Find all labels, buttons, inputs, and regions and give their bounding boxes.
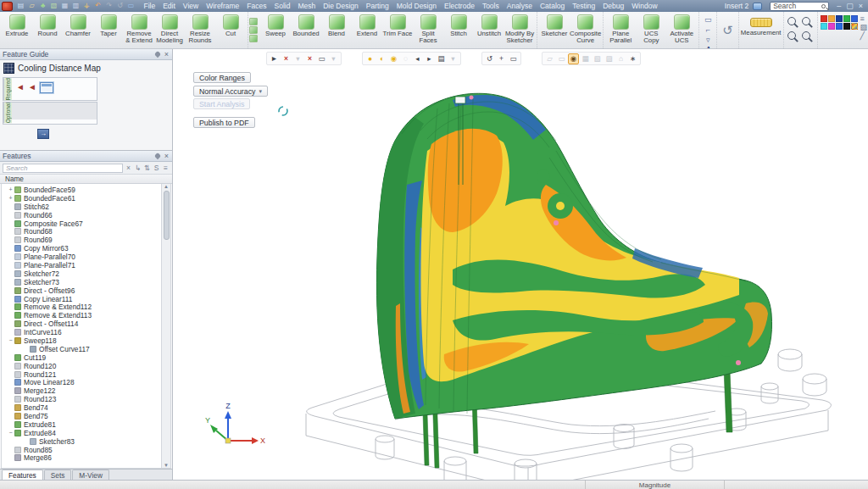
open-icon[interactable]: ▱ [27,2,36,10]
tree-item[interactable]: Composite Face67 [7,219,161,228]
tree-item[interactable]: Bend75 [7,412,161,420]
exit-guide-icon[interactable]: → [37,129,49,139]
scroll-up-icon[interactable]: ▲ [164,184,169,189]
command-search-input[interactable]: Search [770,2,829,11]
ribbon-button[interactable]: Split Faces [413,13,443,45]
ribbon-button[interactable]: Modify By Sketcher [504,13,535,45]
ribbon-button[interactable]: Extend [352,13,382,37]
color-chip[interactable] [821,15,827,22]
ribbon-button[interactable]: Plane Parallel [605,13,636,45]
close-button[interactable]: × [859,2,863,10]
ribbon-button[interactable]: Cut [215,13,246,37]
pin-icon[interactable] [153,153,160,159]
tree-item[interactable]: Remove & Extend112 [7,303,161,311]
menu-item[interactable]: Electrode [440,2,478,10]
feature-search-input[interactable]: Search [3,164,123,173]
window-pick-icon[interactable]: ▭ [316,53,327,64]
pick-options-dropdown-icon[interactable]: ▾ [328,53,339,64]
color-chip[interactable] [828,15,835,22]
goto-feature-icon[interactable]: ↳ [134,164,142,172]
menu-item[interactable]: Testing [569,2,599,10]
history-regen-icon[interactable]: ↺ [722,23,733,38]
view-frame-icon[interactable]: ▭ [701,14,715,25]
bulb-on-icon[interactable]: ● [364,53,376,64]
scroll-down-icon[interactable]: ▼ [164,463,169,468]
color-chip[interactable] [843,23,850,30]
color-chip[interactable] [828,23,835,30]
tree-item[interactable]: Round66 [7,211,161,219]
publish-to-pdf-button[interactable]: Publish to PDF [193,117,255,128]
delete-pick-icon[interactable]: × [304,53,315,64]
app-menu-button[interactable] [2,2,13,11]
required-tab[interactable]: Required [3,78,12,100]
pin-icon[interactable] [153,51,160,58]
list-options-icon[interactable]: ≡ [162,164,170,172]
tree-item[interactable]: Copy Mirror63 [7,244,161,253]
wireframe-mode-icon[interactable]: ▦ [580,53,591,64]
menu-item[interactable]: Faces [243,2,270,10]
optional-tab[interactable]: Optional [3,103,12,123]
ribbon-button[interactable]: Resize Rounds [185,13,215,45]
ribbon-button[interactable]: Unstitch [474,13,504,37]
menu-item[interactable]: Die Design [320,2,363,10]
tree-item[interactable]: BoundedFace61 [7,194,161,203]
tree-item[interactable]: Merge122 [7,386,161,395]
paintbrush-icon[interactable]: ╱ [860,32,868,40]
expand-toggle-icon[interactable] [7,430,14,436]
tree-item[interactable]: IntCurve116 [7,328,161,336]
tree-scrollbar[interactable]: ▲ ▼ [161,184,170,468]
tree-item[interactable]: Round68 [7,227,161,236]
ribbon-button[interactable]: Direct Modeling [154,13,185,45]
key-icon[interactable]: ⚶ [82,2,92,10]
menu-item[interactable]: Edit [159,2,180,10]
expand-toggle-icon[interactable] [7,186,14,192]
shaded-mode-icon[interactable]: ▨ [604,53,615,64]
pan-view-icon[interactable]: + [496,53,507,64]
ribbon-button[interactable]: Trim Face [382,13,413,37]
minimize-button[interactable]: – [837,2,841,10]
ribbon-button[interactable]: UCS Copy [636,13,666,45]
zoom-in-icon[interactable] [787,16,798,28]
tree-item[interactable]: Extrude84 [7,429,161,437]
tree-item[interactable]: Round121 [7,370,161,379]
menu-item[interactable]: Solid [270,2,294,10]
menu-item[interactable]: View [179,2,202,10]
tree-item[interactable]: Sketcher83 [7,437,161,446]
menu-item[interactable]: Wireframe [203,2,243,10]
color-chip[interactable] [843,15,850,22]
ribbon-button[interactable]: Bounded [291,13,321,37]
tree-item[interactable]: Offset Curve117 [7,345,161,353]
view-list-dropdown-icon[interactable]: ▾ [448,53,459,64]
hide-all-icon[interactable]: ◌ [400,53,411,64]
tree-item[interactable]: Sweep118 [7,336,161,345]
color-ranges-button[interactable]: Color Ranges [193,72,251,83]
tree-item[interactable]: Copy Linear111 [7,295,161,303]
tree-item[interactable]: Stitch62 [7,203,161,211]
menu-item[interactable]: Catalog [536,2,568,10]
new-part-icon[interactable]: ▧ [49,2,58,10]
menu-item[interactable]: File [140,2,159,10]
tree-item[interactable]: Plane-Parallel71 [7,261,161,270]
menu-item[interactable]: Mesh [294,2,320,10]
color-chip[interactable] [836,23,843,30]
suppress-filter-icon[interactable]: S [153,164,160,172]
hatch-style-icon[interactable]: ▨ [860,24,868,31]
ribbon-button[interactable]: Activate UCS [666,13,697,45]
window-layout-icon[interactable]: ▦ [60,2,70,10]
tree-item[interactable]: Plane-Parallel70 [7,253,161,261]
tree-item[interactable]: Remove & Extend113 [7,311,161,320]
monitor-icon[interactable]: ▭ [126,2,136,10]
line-style-icon[interactable]: ≡ [860,15,868,23]
accuracy-dropdown[interactable]: Normal Accuracy ▾ [193,86,268,97]
restore-button[interactable]: ▢ [846,2,854,10]
render-mode-icon[interactable]: ∗ [627,53,638,64]
close-icon[interactable]: × [164,152,169,160]
measurement-button[interactable]: Measurement [741,13,782,36]
color-chip[interactable] [851,15,858,22]
color-chip[interactable] [836,15,843,22]
tree-item[interactable]: Round85 [7,446,161,454]
ribbon-button[interactable]: Stitch [443,13,474,37]
color-chip[interactable] [821,23,827,30]
name-column-header[interactable]: Name [5,175,24,183]
undo-icon[interactable]: ↶ [93,2,103,10]
